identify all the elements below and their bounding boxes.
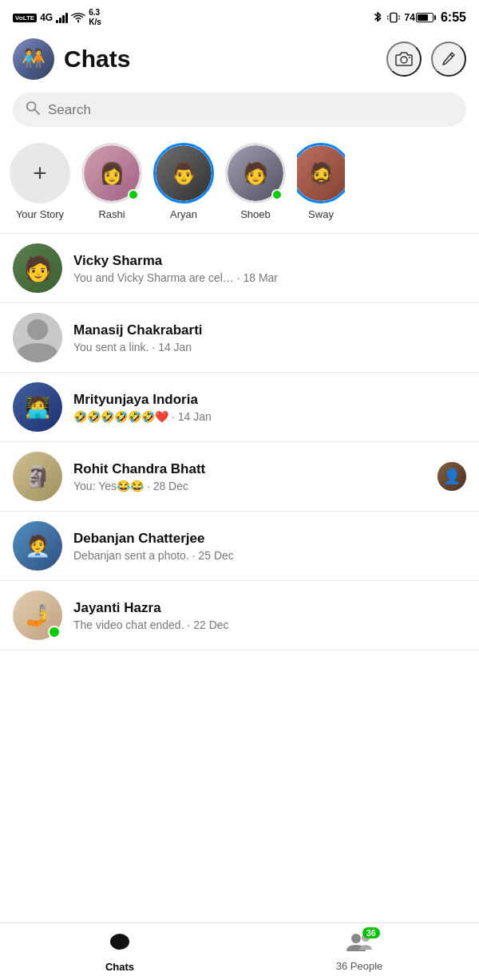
- bluetooth-icon: [373, 11, 382, 24]
- clock: 6:55: [441, 10, 466, 25]
- pencil-icon: [441, 51, 456, 67]
- search-bar[interactable]: [13, 93, 466, 127]
- story-item-sway[interactable]: 🧔 Sway: [297, 143, 345, 220]
- camera-button[interactable]: [386, 41, 422, 77]
- your-story-avatar: +: [10, 143, 70, 204]
- mrityunjaya-preview: 🤣🤣🤣🤣🤣🤣❤️ · 14 Jan: [73, 410, 466, 423]
- manasij-name: Manasij Chakrabarti: [73, 322, 466, 338]
- your-story-label: Your Story: [16, 208, 64, 220]
- story-item-aryan[interactable]: 👨 Aryan: [153, 143, 214, 220]
- status-right: 74 6:55: [373, 10, 466, 25]
- rohit-content: Rohit Chandra Bhatt You: Yes😂😂 · 28 Dec: [73, 461, 431, 492]
- nav-chats[interactable]: Chats: [0, 925, 240, 979]
- svg-point-12: [351, 934, 361, 943]
- sway-circle: 🧔: [297, 143, 345, 204]
- jayanti-preview: The video chat ended. · 22 Dec: [73, 618, 466, 631]
- add-story-circle: +: [10, 143, 70, 204]
- rashi-online-dot: [128, 189, 139, 200]
- svg-line-2: [387, 18, 389, 20]
- jayanti-online-dot: [48, 626, 61, 638]
- manasij-content: Manasij Chakrabarti You sent a link. · 1…: [73, 322, 466, 354]
- svg-line-7: [450, 54, 453, 57]
- svg-line-9: [35, 110, 39, 114]
- manasij-preview: You sent a link. · 14 Jan: [73, 341, 466, 354]
- status-bar: VoLTE 4G 6.3K/s: [0, 0, 479, 32]
- camera-icon: [395, 51, 413, 67]
- shoeb-label: Shoeb: [240, 208, 271, 220]
- rashi-avatar: 👩: [81, 143, 142, 204]
- mrityunjaya-name: Mrityunjaya Indoria: [73, 392, 466, 408]
- aryan-label: Aryan: [170, 208, 197, 220]
- chat-item-rohit[interactable]: 🗿 Rohit Chandra Bhatt You: Yes😂😂 · 28 De…: [0, 442, 479, 511]
- mrityunjaya-avatar: 🧑‍💻: [13, 382, 62, 432]
- rohit-meta: 👤: [437, 462, 466, 491]
- add-icon: +: [33, 160, 47, 187]
- vicky-name: Vicky Sharma: [73, 253, 466, 269]
- user-avatar[interactable]: 🧑‍🤝‍🧑: [13, 38, 54, 80]
- vicky-content: Vicky Sharma You and Vicky Sharma are ce…: [73, 253, 466, 284]
- svg-line-3: [398, 16, 400, 18]
- debanjan-content: Debanjan Chatterjee Debanjan sent a phot…: [73, 531, 466, 562]
- chat-item-mrityunjaya[interactable]: 🧑‍💻 Mrityunjaya Indoria 🤣🤣🤣🤣🤣🤣❤️ · 14 Ja…: [0, 373, 479, 441]
- people-count-badge: 36: [362, 927, 380, 939]
- wifi-icon: [71, 12, 85, 23]
- debanjan-name: Debanjan Chatterjee: [73, 531, 466, 547]
- rohit-name: Rohit Chandra Bhatt: [73, 461, 431, 477]
- search-icon: [26, 101, 40, 119]
- chats-nav-label: Chats: [105, 961, 134, 973]
- volte-badge: VoLTE: [13, 14, 37, 22]
- svg-point-8: [27, 102, 36, 111]
- jayanti-content: Jayanti Hazra The video chat ended. · 22…: [73, 600, 466, 631]
- rohit-preview: You: Yes😂😂 · 28 Dec: [73, 480, 431, 492]
- rohit-thumb: 👤: [437, 462, 466, 491]
- aryan-circle: 👨: [153, 143, 214, 204]
- data-speed: 6.3K/s: [89, 8, 101, 27]
- svg-rect-0: [390, 13, 397, 22]
- people-icon-wrapper: 36: [346, 932, 372, 958]
- story-item-your-story[interactable]: + Your Story: [10, 143, 70, 220]
- aryan-avatar: 👨: [153, 143, 214, 204]
- chat-item-jayanti[interactable]: 🤳 Jayanti Hazra The video chat ended. · …: [0, 581, 479, 650]
- svg-point-6: [409, 57, 410, 58]
- vicky-avatar: 🧑: [13, 243, 62, 293]
- shoeb-online-dot: [271, 189, 283, 200]
- mrityunjaya-content: Mrityunjaya Indoria 🤣🤣🤣🤣🤣🤣❤️ · 14 Jan: [73, 392, 466, 423]
- sway-label: Sway: [308, 208, 334, 220]
- chat-item-debanjan[interactable]: 🧑‍💼 Debanjan Chatterjee Debanjan sent a …: [0, 512, 479, 580]
- chats-nav-icon: [109, 931, 131, 958]
- rashi-label: Rashi: [98, 208, 125, 220]
- sway-avatar: 🧔: [297, 143, 345, 204]
- page-title: Chats: [64, 45, 386, 73]
- header-actions: [386, 41, 466, 77]
- jayanti-name: Jayanti Hazra: [73, 600, 466, 616]
- shoeb-avatar: 🧑: [225, 143, 286, 204]
- network-type: 4G: [40, 12, 53, 23]
- debanjan-preview: Debanjan sent a photo. · 25 Dec: [73, 549, 466, 562]
- chat-list: 🧑 Vicky Sharma You and Vicky Sharma are …: [0, 234, 479, 650]
- search-container: [0, 86, 479, 136]
- chat-item-manasij[interactable]: Manasij Chakrabarti You sent a link. · 1…: [0, 303, 479, 372]
- svg-point-5: [401, 57, 407, 63]
- svg-line-4: [398, 18, 400, 20]
- chat-item-vicky[interactable]: 🧑 Vicky Sharma You and Vicky Sharma are …: [0, 234, 479, 302]
- debanjan-avatar: 🧑‍💼: [13, 521, 62, 571]
- jayanti-avatar: 🤳: [13, 591, 62, 640]
- status-left: VoLTE 4G 6.3K/s: [13, 8, 101, 27]
- vibrate-icon: [387, 11, 400, 24]
- nav-people[interactable]: 36 36 People: [240, 926, 479, 978]
- rohit-avatar: 🗿: [13, 452, 62, 501]
- people-nav-icon: 36: [346, 932, 372, 958]
- story-item-shoeb[interactable]: 🧑 Shoeb: [225, 143, 286, 220]
- vicky-preview: You and Vicky Sharma are cel… · 18 Mar: [73, 271, 466, 284]
- svg-line-1: [387, 16, 389, 18]
- signal-bars: [56, 12, 68, 23]
- manasij-avatar: [13, 313, 62, 362]
- story-item-rashi[interactable]: 👩 Rashi: [81, 143, 142, 220]
- battery-percent: 74: [405, 12, 415, 23]
- edit-button[interactable]: [431, 41, 466, 77]
- stories-row: + Your Story 👩 Rashi 👨 Aryan: [0, 136, 479, 233]
- app-header: 🧑‍🤝‍🧑 Chats: [0, 32, 479, 86]
- search-input[interactable]: [48, 102, 453, 118]
- svg-point-10: [110, 934, 129, 950]
- people-nav-label: 36 People: [336, 960, 383, 972]
